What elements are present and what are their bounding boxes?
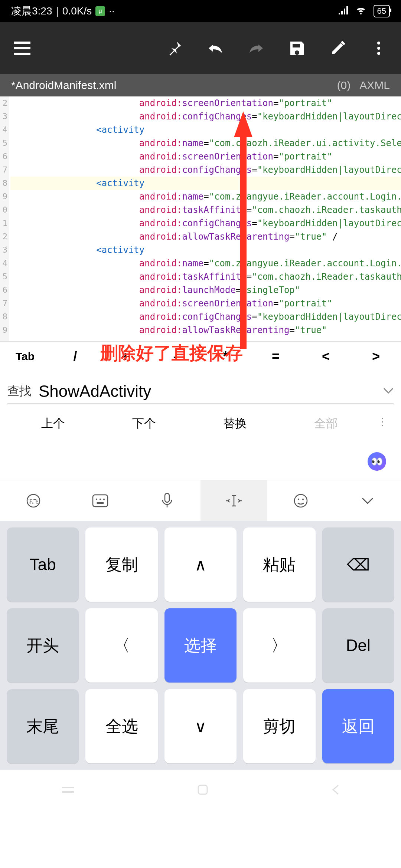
keyboard-key[interactable]: 选择 — [164, 608, 237, 683]
code-line[interactable]: android:allowTaskReparenting="true" / — [10, 230, 401, 243]
overflow-icon[interactable] — [368, 37, 390, 59]
keyboard-key[interactable]: 〈 — [85, 608, 157, 683]
nav-home-icon[interactable] — [197, 784, 209, 797]
svg-point-11 — [294, 494, 307, 507]
code-line[interactable]: <activity — [10, 177, 401, 190]
status-time: 凌晨3:23 — [11, 4, 52, 18]
code-line[interactable]: android:configChanges="keyboardHidden|la… — [10, 110, 401, 123]
svg-point-2 — [377, 52, 380, 55]
sym-gt[interactable]: > — [351, 342, 401, 371]
svg-point-6 — [96, 499, 97, 500]
code-line[interactable]: android:screenOrientation="portrait" — [10, 297, 401, 310]
wifi-icon — [355, 5, 367, 17]
code-content[interactable]: android:screenOrientation="portrait" and… — [9, 96, 401, 341]
sym-minus[interactable]: - — [150, 342, 200, 371]
keyboard-key[interactable]: ⌫ — [322, 527, 394, 602]
signal-icon — [338, 5, 348, 17]
symbol-row: Tab / + - * = < > — [0, 341, 401, 371]
keyboard-avatar-icon[interactable]: 👀 — [368, 452, 386, 471]
status-bar: 凌晨3:23 | 0.0K/s μ ·· 65 — [0, 0, 401, 22]
search-input[interactable] — [39, 382, 376, 401]
svg-rect-15 — [62, 791, 74, 793]
svg-rect-5 — [93, 495, 108, 507]
code-line[interactable]: android:configChanges="keyboardHidden|la… — [10, 217, 401, 230]
line-number: 4 — [0, 257, 7, 270]
keyboard-key[interactable]: 剪切 — [243, 689, 315, 763]
svg-point-12 — [298, 499, 299, 500]
undo-icon[interactable] — [204, 37, 226, 59]
sym-lt[interactable]: < — [301, 342, 351, 371]
code-line[interactable]: android:configChanges="keyboardHidden|la… — [10, 163, 401, 177]
code-line[interactable]: android:launchMode="singleTop" — [10, 283, 401, 297]
keyboard-key[interactable]: 全选 — [85, 689, 157, 763]
search-replace[interactable]: 替换 — [189, 415, 280, 432]
line-number: 7 — [0, 163, 7, 177]
kb-tool-mic-icon[interactable] — [134, 480, 200, 521]
line-number: 5 — [0, 270, 7, 283]
pin-icon[interactable] — [163, 37, 186, 59]
keyboard-key[interactable]: 粘贴 — [243, 527, 315, 602]
line-number: 8 — [0, 310, 7, 323]
svg-rect-14 — [62, 787, 74, 788]
keyboard-key[interactable]: Tab — [7, 527, 79, 602]
nav-recent-icon[interactable] — [61, 785, 75, 796]
sym-slash[interactable]: / — [50, 342, 100, 371]
keyboard-key[interactable]: ∧ — [164, 527, 237, 602]
edit-icon[interactable] — [327, 37, 349, 59]
line-number: 9 — [0, 190, 7, 203]
nav-back-icon[interactable] — [331, 784, 340, 797]
kb-tool-cursor-icon[interactable] — [200, 480, 267, 521]
search-prev[interactable]: 上个 — [7, 415, 98, 432]
svg-point-7 — [100, 499, 101, 500]
code-line[interactable]: android:taskAffinity="com.chaozh.iReader… — [10, 203, 401, 217]
status-dots-icon: ·· — [109, 5, 115, 17]
search-next[interactable]: 下个 — [98, 415, 189, 432]
code-line[interactable]: android:name="com.zhangyue.iReader.accou… — [10, 190, 401, 203]
keyboard-key[interactable]: 返回 — [322, 689, 394, 763]
code-line[interactable]: android:name="com.chaozh.iReader.ui.acti… — [10, 137, 401, 150]
keyboard-toolbar: 讯飞 — [0, 480, 401, 521]
line-number: 4 — [0, 123, 7, 137]
code-line[interactable]: android:allowTaskReparenting="true" — [10, 323, 401, 337]
kb-tool-voice-icon[interactable]: 讯飞 — [0, 480, 67, 521]
code-line[interactable]: android:name="com.zhangyue.iReader.accou… — [10, 257, 401, 270]
svg-rect-9 — [97, 502, 104, 504]
keyboard-key[interactable]: 末尾 — [7, 689, 79, 763]
kb-tool-emoji-icon[interactable] — [267, 480, 334, 521]
keyboard-key[interactable]: Del — [322, 608, 394, 683]
code-line[interactable]: <activity — [10, 123, 401, 137]
keyboard-key[interactable]: 〉 — [243, 608, 315, 683]
keyboard-key[interactable]: ∨ — [164, 689, 237, 763]
code-line[interactable]: <activity — [10, 243, 401, 257]
svg-rect-10 — [165, 493, 169, 502]
code-editor[interactable]: 234567890123456789 android:screenOrienta… — [0, 96, 401, 341]
redo-icon[interactable] — [245, 37, 267, 59]
sym-star[interactable]: * — [200, 342, 251, 371]
save-icon[interactable] — [286, 37, 308, 59]
search-all[interactable]: 全部 — [280, 415, 371, 432]
kb-tool-collapse-icon[interactable] — [334, 480, 401, 521]
menu-icon[interactable] — [11, 37, 33, 59]
sym-eq[interactable]: = — [251, 342, 301, 371]
search-dropdown-icon[interactable] — [383, 388, 394, 395]
keyboard-top-strip: 👀 — [0, 443, 401, 480]
line-number: 5 — [0, 137, 7, 150]
keyboard-key[interactable]: 开头 — [7, 608, 79, 683]
search-menu-icon[interactable]: ⋮ — [371, 415, 394, 432]
kb-tool-keyboard-icon[interactable] — [67, 480, 134, 521]
code-line[interactable]: android:taskAffinity="com.chaozh.iReader… — [10, 270, 401, 283]
code-line[interactable]: android:screenOrientation="portrait" — [10, 96, 401, 110]
code-line[interactable]: android:screenOrientation="portrait" — [10, 150, 401, 163]
svg-text:讯飞: 讯飞 — [28, 499, 39, 504]
line-gutter: 234567890123456789 — [0, 96, 9, 341]
code-line[interactable]: android:configChanges="keyboardHidden|la… — [10, 310, 401, 323]
search-label: 查找 — [7, 383, 31, 400]
file-tab-name[interactable]: *AndroidManifest.xml — [11, 79, 116, 92]
keyboard-key[interactable]: 复制 — [85, 527, 157, 602]
line-number: 3 — [0, 243, 7, 257]
sym-plus[interactable]: + — [100, 342, 150, 371]
svg-point-13 — [302, 499, 304, 500]
sym-tab[interactable]: Tab — [0, 342, 50, 371]
tab-count: (0) — [337, 79, 351, 92]
line-number: 2 — [0, 230, 7, 243]
